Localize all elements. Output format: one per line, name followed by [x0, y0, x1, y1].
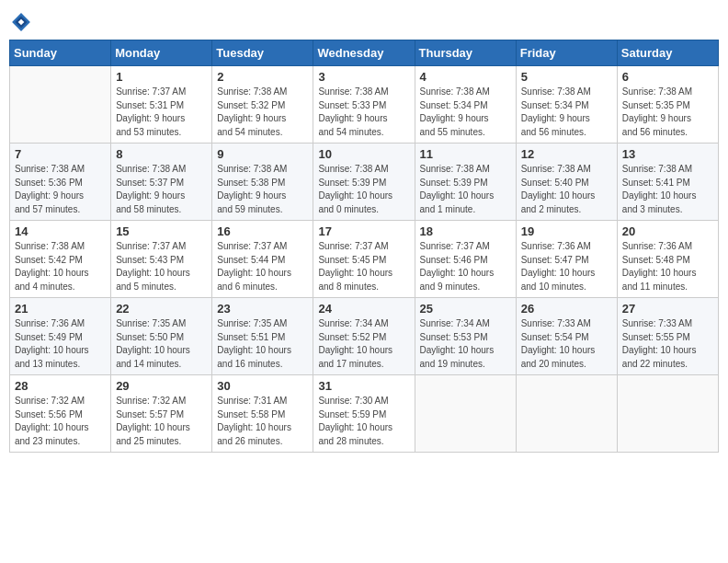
- weekday-header: Sunday: [10, 40, 111, 66]
- day-number: 31: [318, 379, 409, 393]
- calendar-cell: 18Sunrise: 7:37 AMSunset: 5:46 PMDayligh…: [415, 221, 516, 298]
- day-info: Sunrise: 7:35 AMSunset: 5:51 PMDaylight:…: [217, 317, 308, 371]
- weekday-header: Wednesday: [313, 40, 415, 66]
- calendar-cell: 6Sunrise: 7:38 AMSunset: 5:35 PMDaylight…: [617, 66, 718, 144]
- calendar-cell: 31Sunrise: 7:30 AMSunset: 5:59 PMDayligh…: [313, 375, 415, 453]
- day-number: 23: [217, 302, 308, 316]
- calendar-cell: 21Sunrise: 7:36 AMSunset: 5:49 PMDayligh…: [10, 298, 111, 375]
- day-info: Sunrise: 7:32 AMSunset: 5:56 PMDaylight:…: [15, 395, 106, 448]
- day-number: 27: [622, 302, 713, 316]
- day-info: Sunrise: 7:38 AMSunset: 5:39 PMDaylight:…: [318, 163, 409, 216]
- day-number: 11: [420, 147, 511, 161]
- calendar-cell: 26Sunrise: 7:33 AMSunset: 5:54 PMDayligh…: [516, 298, 617, 375]
- day-info: Sunrise: 7:31 AMSunset: 5:58 PMDaylight:…: [217, 395, 308, 448]
- calendar-cell: 11Sunrise: 7:38 AMSunset: 5:39 PMDayligh…: [415, 144, 516, 221]
- day-info: Sunrise: 7:32 AMSunset: 5:57 PMDaylight:…: [116, 395, 207, 448]
- calendar-cell: 15Sunrise: 7:37 AMSunset: 5:43 PMDayligh…: [111, 221, 212, 298]
- day-info: Sunrise: 7:36 AMSunset: 5:47 PMDaylight:…: [521, 240, 612, 293]
- calendar-cell: 27Sunrise: 7:33 AMSunset: 5:55 PMDayligh…: [617, 298, 718, 375]
- calendar-cell: 9Sunrise: 7:38 AMSunset: 5:38 PMDaylight…: [212, 144, 313, 221]
- calendar-cell: [617, 375, 718, 453]
- day-number: 12: [521, 147, 612, 161]
- day-info: Sunrise: 7:38 AMSunset: 5:34 PMDaylight:…: [521, 86, 612, 139]
- day-info: Sunrise: 7:36 AMSunset: 5:48 PMDaylight:…: [622, 240, 713, 293]
- calendar-cell: 17Sunrise: 7:37 AMSunset: 5:45 PMDayligh…: [313, 221, 415, 298]
- calendar-cell: 13Sunrise: 7:38 AMSunset: 5:41 PMDayligh…: [617, 144, 718, 221]
- day-info: Sunrise: 7:30 AMSunset: 5:59 PMDaylight:…: [318, 395, 409, 448]
- day-number: 1: [116, 70, 207, 84]
- day-info: Sunrise: 7:38 AMSunset: 5:37 PMDaylight:…: [116, 163, 207, 216]
- weekday-header: Saturday: [617, 40, 718, 66]
- calendar-cell: 3Sunrise: 7:38 AMSunset: 5:33 PMDaylight…: [313, 66, 415, 144]
- weekday-header: Tuesday: [212, 40, 313, 66]
- day-info: Sunrise: 7:38 AMSunset: 5:42 PMDaylight:…: [15, 240, 106, 293]
- weekday-header: Friday: [516, 40, 617, 66]
- day-number: 9: [217, 147, 308, 161]
- day-number: 22: [116, 302, 207, 316]
- day-number: 8: [116, 147, 207, 161]
- calendar-cell: 10Sunrise: 7:38 AMSunset: 5:39 PMDayligh…: [313, 144, 415, 221]
- day-number: 16: [217, 224, 308, 238]
- day-number: 15: [116, 224, 207, 238]
- day-info: Sunrise: 7:34 AMSunset: 5:52 PMDaylight:…: [318, 317, 409, 371]
- day-number: 5: [521, 70, 612, 84]
- logo-icon: [11, 12, 31, 32]
- day-number: 17: [318, 224, 409, 238]
- day-info: Sunrise: 7:35 AMSunset: 5:50 PMDaylight:…: [116, 317, 207, 371]
- calendar-cell: 24Sunrise: 7:34 AMSunset: 5:52 PMDayligh…: [313, 298, 415, 375]
- calendar-cell: 12Sunrise: 7:38 AMSunset: 5:40 PMDayligh…: [516, 144, 617, 221]
- calendar-cell: [516, 375, 617, 453]
- calendar-header-row: SundayMondayTuesdayWednesdayThursdayFrid…: [10, 40, 719, 66]
- day-number: 6: [622, 70, 713, 84]
- calendar-week-row: 21Sunrise: 7:36 AMSunset: 5:49 PMDayligh…: [10, 298, 719, 375]
- day-info: Sunrise: 7:36 AMSunset: 5:49 PMDaylight:…: [15, 317, 106, 371]
- day-number: 19: [521, 224, 612, 238]
- day-number: 3: [318, 70, 409, 84]
- day-number: 10: [318, 147, 409, 161]
- calendar-cell: 23Sunrise: 7:35 AMSunset: 5:51 PMDayligh…: [212, 298, 313, 375]
- page-header: [9, 9, 719, 32]
- calendar-cell: 1Sunrise: 7:37 AMSunset: 5:31 PMDaylight…: [111, 66, 212, 144]
- calendar-cell: 28Sunrise: 7:32 AMSunset: 5:56 PMDayligh…: [10, 375, 111, 453]
- calendar-cell: 8Sunrise: 7:38 AMSunset: 5:37 PMDaylight…: [111, 144, 212, 221]
- day-number: 14: [15, 224, 106, 238]
- day-info: Sunrise: 7:38 AMSunset: 5:38 PMDaylight:…: [217, 163, 308, 216]
- calendar-cell: 29Sunrise: 7:32 AMSunset: 5:57 PMDayligh…: [111, 375, 212, 453]
- day-number: 24: [318, 302, 409, 316]
- day-info: Sunrise: 7:37 AMSunset: 5:31 PMDaylight:…: [116, 86, 207, 139]
- day-number: 26: [521, 302, 612, 316]
- day-info: Sunrise: 7:38 AMSunset: 5:35 PMDaylight:…: [622, 86, 713, 139]
- day-info: Sunrise: 7:38 AMSunset: 5:40 PMDaylight:…: [521, 163, 612, 216]
- calendar-cell: 7Sunrise: 7:38 AMSunset: 5:36 PMDaylight…: [10, 144, 111, 221]
- calendar-week-row: 28Sunrise: 7:32 AMSunset: 5:56 PMDayligh…: [10, 375, 719, 453]
- day-info: Sunrise: 7:37 AMSunset: 5:46 PMDaylight:…: [420, 240, 511, 293]
- day-info: Sunrise: 7:38 AMSunset: 5:41 PMDaylight:…: [622, 163, 713, 216]
- logo: [9, 9, 35, 32]
- day-info: Sunrise: 7:34 AMSunset: 5:53 PMDaylight:…: [420, 317, 511, 371]
- day-info: Sunrise: 7:38 AMSunset: 5:39 PMDaylight:…: [420, 163, 511, 216]
- weekday-header: Thursday: [415, 40, 516, 66]
- day-info: Sunrise: 7:37 AMSunset: 5:43 PMDaylight:…: [116, 240, 207, 293]
- day-number: 29: [116, 379, 207, 393]
- day-info: Sunrise: 7:38 AMSunset: 5:36 PMDaylight:…: [15, 163, 106, 216]
- day-number: 18: [420, 224, 511, 238]
- day-number: 28: [15, 379, 106, 393]
- day-info: Sunrise: 7:38 AMSunset: 5:33 PMDaylight:…: [318, 86, 409, 139]
- calendar-cell: 4Sunrise: 7:38 AMSunset: 5:34 PMDaylight…: [415, 66, 516, 144]
- calendar-cell: 22Sunrise: 7:35 AMSunset: 5:50 PMDayligh…: [111, 298, 212, 375]
- day-info: Sunrise: 7:37 AMSunset: 5:44 PMDaylight:…: [217, 240, 308, 293]
- day-number: 7: [15, 147, 106, 161]
- day-number: 2: [217, 70, 308, 84]
- day-info: Sunrise: 7:33 AMSunset: 5:54 PMDaylight:…: [521, 317, 612, 371]
- day-number: 30: [217, 379, 308, 393]
- day-number: 13: [622, 147, 713, 161]
- calendar-cell: 16Sunrise: 7:37 AMSunset: 5:44 PMDayligh…: [212, 221, 313, 298]
- day-info: Sunrise: 7:37 AMSunset: 5:45 PMDaylight:…: [318, 240, 409, 293]
- calendar-cell: 30Sunrise: 7:31 AMSunset: 5:58 PMDayligh…: [212, 375, 313, 453]
- calendar-cell: 5Sunrise: 7:38 AMSunset: 5:34 PMDaylight…: [516, 66, 617, 144]
- weekday-header: Monday: [111, 40, 212, 66]
- day-number: 20: [622, 224, 713, 238]
- calendar-table: SundayMondayTuesdayWednesdayThursdayFrid…: [9, 40, 719, 453]
- day-number: 4: [420, 70, 511, 84]
- calendar-cell: 19Sunrise: 7:36 AMSunset: 5:47 PMDayligh…: [516, 221, 617, 298]
